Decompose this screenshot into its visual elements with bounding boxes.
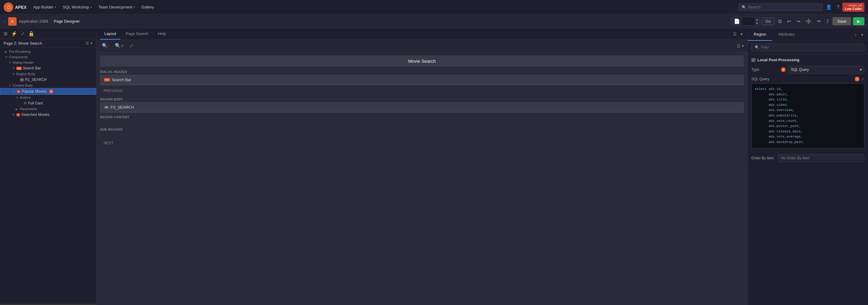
panel-action-icon[interactable]: ↕ [854,31,858,38]
redo-icon[interactable]: ↪ [795,17,802,25]
sql-editor[interactable]: select ads.id, ads.adult, ads.title, ads… [751,83,864,148]
center-menu-right-icon[interactable]: ☰ ▾ [737,44,744,48]
canvas-section-dialog-header: DIALOG HEADER </> Search Bar PREVIOUS [100,69,744,95]
tab-share-icon[interactable]: ⤢ [21,31,25,36]
canvas-region-p2-search[interactable]: AI P2_SEARCH [100,102,744,113]
chevron-down-icon: ▾ [860,67,862,72]
share-icon[interactable]: ⤴ [825,18,831,25]
expand-icon: ▼ [5,56,8,59]
tab-lightning-icon[interactable]: ⚡ [11,31,17,36]
right-panel-actions: ↕ ▾ [850,30,868,39]
canvas-area: Movie Search DIALOG HEADER </> Search Ba… [96,52,747,305]
tab-help[interactable]: Help [154,28,170,39]
expand-icon: ▼ [8,61,11,64]
add-icon[interactable]: ➕ [804,17,813,25]
expand-button[interactable]: ⤢ [127,42,135,49]
page-down-btn[interactable]: ▼ [754,21,760,25]
copy-icon[interactable]: ⧉ [776,18,783,25]
page-nav: 📄 2 ▲ ▼ [731,17,760,26]
edit-icon[interactable]: ✏ [815,17,823,25]
tab-page-search[interactable]: Page Search [121,28,153,39]
expand-icon: ▼ [12,67,15,70]
tree-item-content-body[interactable]: ▼ Content Body [0,83,96,88]
tab-layout-icon[interactable]: ⊞ [4,31,7,36]
tab-region[interactable]: Region [748,28,772,41]
tree-item-parameters[interactable]: ▶ Parameters [0,106,96,112]
left-panel-actions: ☰ ▾ [86,41,93,46]
page-up-btn[interactable]: ▲ [754,18,760,21]
page-icon-btn[interactable]: 📄 [732,17,742,25]
tab-attributes[interactable]: Attributes [772,28,801,41]
panel-menu-icon[interactable]: ☰ [86,41,89,46]
expand-sql-icon[interactable]: ⤢ [861,77,864,81]
nav-sql-workshop[interactable]: SQL Workshop ▾ [60,4,94,10]
expand-icon: ▼ [12,90,16,93]
tab-layout[interactable]: Layout [100,28,120,39]
chevron-down-icon: ▾ [133,6,135,9]
canvas-section-sub-regions: SUB REGIONS [100,127,744,137]
canvas-next-label: NEXT [100,139,744,147]
center-menu-icon[interactable]: ☰ [732,30,738,38]
nav-icons: 👤 ? [825,3,841,11]
order-by-label: Order By Item [751,156,778,160]
save-button[interactable]: Save [832,17,851,25]
go-button[interactable]: Go [762,18,775,25]
run-icon: ▶ [857,19,860,24]
canvas-section-region-content: REGION CONTENT [100,114,744,125]
panel-chevron-icon[interactable]: ▾ [860,31,864,38]
tree-label: Region Body [16,72,35,76]
zoom-out-button[interactable]: 🔍- [100,42,111,49]
search-input[interactable] [748,5,819,9]
center-toolbar-left: 🔍- 🔍+ ⤢ [100,42,135,49]
center-chevron-icon[interactable]: ▾ [739,30,744,38]
page-number-input[interactable]: 2 [742,18,754,25]
nav-gallery[interactable]: Gallery [139,4,156,10]
help-icon[interactable]: ? [835,3,841,11]
grid-icon: ⊞ [17,90,21,93]
nav-app-builder[interactable]: App Builder ▾ [31,4,59,10]
zoom-in-button[interactable]: 🔍+ [113,42,125,49]
run-button[interactable]: ▶ [853,17,864,25]
chevron-down-icon: ▾ [55,6,56,9]
user-badge[interactable]: movies_hol Low Coder [842,3,864,12]
breadcrumb-bar: ↑ A Application 2369 \ Page Designer 📄 2… [0,15,868,28]
tree-item-search-bar[interactable]: ▼ </> Search Bar [0,65,96,71]
type-select[interactable]: SQL Query ▾ [788,66,864,74]
tree-item-pre-rendering[interactable]: ▶ Pre-Rendering [0,49,96,54]
undo-icon[interactable]: ↩ [785,17,793,25]
tree-item-dialog-header[interactable]: ▼ Dialog Header [0,60,96,65]
tree-item-searched-movies[interactable]: ▼ ⊞ Searched Movies [0,112,96,118]
global-search-box[interactable]: 🔍 [738,3,823,11]
canvas-previous-label: PREVIOUS [100,87,744,95]
expand-icon: ▼ [8,84,11,87]
canvas-region-search-bar[interactable]: </> Search Bar [100,75,744,85]
region-name: Search Bar [112,78,131,82]
filter-input[interactable] [761,45,861,50]
tree-item-popular-movies[interactable]: ▼ ⊞ Popular Movies 1 [0,88,96,95]
section-checkbox[interactable]: ✓ [751,58,755,62]
tree-item-components[interactable]: ▼ Components [0,54,96,60]
center-toolbar: 🔍- 🔍+ ⤢ ☰ ▾ [96,40,747,52]
order-by-row: Order By Item No Order By Item [751,151,864,162]
breadcrumb-up-icon[interactable]: ↑ [4,19,6,24]
filter-input-box[interactable]: 🔍 [751,44,864,51]
apex-logo: ◯ [4,2,13,12]
breadcrumb-separator: \ [50,19,51,24]
app-icon: A [8,17,17,26]
breadcrumb-current: Page Designer [54,19,80,24]
tree-item-actions[interactable]: ▼ Actions [0,95,96,100]
resize-handle[interactable] [0,304,96,305]
tree-item-p2-search[interactable]: AI P2_SEARCH [0,77,96,83]
tab-lock-icon[interactable]: 🔒 [28,31,34,36]
ai-icon: AI [104,106,109,109]
tree-area: ▶ Pre-Rendering ▼ Components ▼ Dialog He… [0,48,96,304]
panel-chevron-icon[interactable]: ▾ [90,41,93,46]
user-icon[interactable]: 👤 [825,3,833,11]
nav-team-development[interactable]: Team Development ▾ [96,4,137,10]
canvas-section-label: SUB REGIONS [100,127,744,133]
left-panel-header: Page 2: Movie Search ☰ ▾ [0,39,96,48]
tree-item-region-body[interactable]: ▼ Region Body [0,71,96,77]
tree-item-full-card[interactable]: ⚙ Full Card [0,100,96,106]
tree-label: Searched Movies [22,113,50,117]
canvas-section-label: REGION BODY [100,96,744,102]
